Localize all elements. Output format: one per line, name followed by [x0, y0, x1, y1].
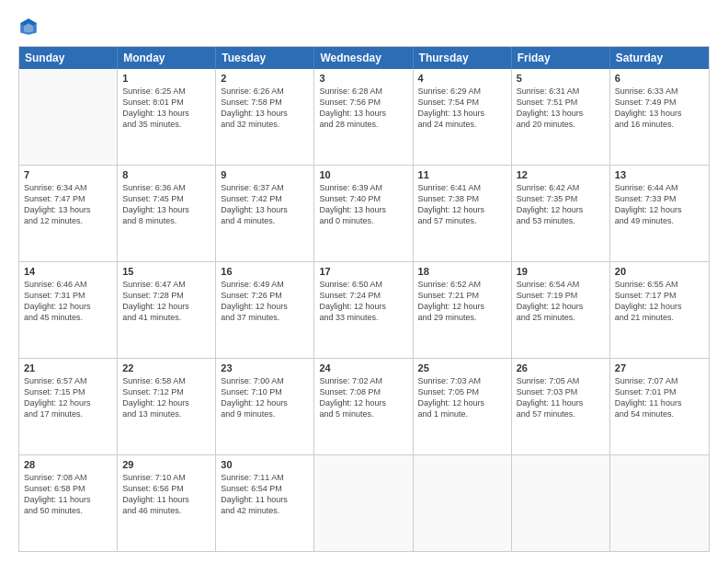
calendar-cell: 13Sunrise: 6:44 AMSunset: 7:33 PMDayligh…	[610, 166, 709, 261]
cell-line: and 29 minutes.	[418, 312, 506, 323]
calendar-cell	[19, 69, 118, 165]
cell-line: Sunrise: 7:00 AM	[221, 375, 309, 386]
day-number: 5	[517, 73, 605, 84]
cell-line: Sunrise: 6:28 AM	[319, 86, 407, 97]
day-number: 3	[319, 73, 407, 84]
cell-line: Daylight: 12 hours	[418, 204, 506, 215]
cell-line: Sunset: 7:28 PM	[122, 290, 210, 301]
calendar-cell: 16Sunrise: 6:49 AMSunset: 7:26 PMDayligh…	[216, 262, 314, 358]
calendar-row: 7Sunrise: 6:34 AMSunset: 7:47 PMDaylight…	[19, 166, 709, 262]
day-number: 24	[319, 362, 407, 373]
calendar-cell: 28Sunrise: 7:08 AMSunset: 6:58 PMDayligh…	[19, 455, 118, 551]
cell-line: Sunrise: 7:02 AM	[319, 375, 407, 386]
cell-line: Sunrise: 6:33 AM	[615, 86, 704, 97]
cell-line: Daylight: 13 hours	[122, 108, 210, 119]
cell-line: Sunrise: 6:54 AM	[517, 279, 605, 290]
day-number: 18	[418, 266, 506, 277]
calendar-cell: 25Sunrise: 7:03 AMSunset: 7:05 PMDayligh…	[414, 359, 512, 454]
calendar-body: 1Sunrise: 6:25 AMSunset: 8:01 PMDaylight…	[19, 69, 709, 551]
day-number: 6	[615, 73, 704, 84]
day-number: 20	[615, 266, 704, 277]
day-number: 10	[319, 169, 407, 180]
cell-line: Sunrise: 6:31 AM	[517, 86, 605, 97]
cell-line: and 24 minutes.	[418, 119, 506, 130]
cell-line: Sunset: 7:21 PM	[418, 290, 506, 301]
cell-line: and 25 minutes.	[517, 312, 605, 323]
day-number: 21	[24, 362, 112, 373]
cell-line: Sunset: 7:54 PM	[418, 97, 506, 108]
calendar-cell: 5Sunrise: 6:31 AMSunset: 7:51 PMDaylight…	[512, 69, 610, 165]
calendar-cell: 1Sunrise: 6:25 AMSunset: 8:01 PMDaylight…	[118, 69, 216, 165]
calendar-row: 21Sunrise: 6:57 AMSunset: 7:15 PMDayligh…	[19, 359, 709, 455]
calendar-cell: 15Sunrise: 6:47 AMSunset: 7:28 PMDayligh…	[118, 262, 216, 358]
calendar-cell: 10Sunrise: 6:39 AMSunset: 7:40 PMDayligh…	[314, 166, 413, 261]
cell-line: Daylight: 13 hours	[319, 108, 407, 119]
calendar-header-cell: Monday	[118, 47, 216, 69]
calendar-cell: 12Sunrise: 6:42 AMSunset: 7:35 PMDayligh…	[512, 166, 610, 261]
calendar-cell: 29Sunrise: 7:10 AMSunset: 6:56 PMDayligh…	[118, 455, 216, 551]
day-number: 12	[517, 169, 605, 180]
calendar-cell: 8Sunrise: 6:36 AMSunset: 7:45 PMDaylight…	[118, 166, 216, 261]
day-number: 4	[418, 73, 506, 84]
cell-line: Sunset: 7:03 PM	[517, 386, 605, 397]
cell-line: Sunset: 7:58 PM	[221, 97, 309, 108]
cell-line: and 17 minutes.	[24, 408, 112, 419]
cell-line: Sunrise: 6:37 AM	[221, 182, 309, 193]
day-number: 8	[122, 169, 210, 180]
calendar-cell: 23Sunrise: 7:00 AMSunset: 7:10 PMDayligh…	[216, 359, 314, 454]
cell-line: Daylight: 13 hours	[319, 204, 407, 215]
cell-line: Daylight: 12 hours	[24, 301, 112, 312]
cell-line: Sunset: 7:33 PM	[615, 193, 704, 204]
cell-line: Daylight: 12 hours	[122, 301, 210, 312]
cell-line: and 53 minutes.	[517, 215, 605, 226]
cell-line: Daylight: 12 hours	[418, 301, 506, 312]
calendar-cell: 30Sunrise: 7:11 AMSunset: 6:54 PMDayligh…	[216, 455, 314, 551]
cell-line: and 12 minutes.	[24, 215, 112, 226]
calendar-cell: 26Sunrise: 7:05 AMSunset: 7:03 PMDayligh…	[512, 359, 610, 454]
calendar-row: 1Sunrise: 6:25 AMSunset: 8:01 PMDaylight…	[19, 69, 709, 166]
cell-line: and 45 minutes.	[24, 312, 112, 323]
cell-line: Sunset: 8:01 PM	[122, 97, 210, 108]
day-number: 26	[517, 362, 605, 373]
cell-line: Sunset: 7:45 PM	[122, 193, 210, 204]
calendar-cell: 19Sunrise: 6:54 AMSunset: 7:19 PMDayligh…	[512, 262, 610, 358]
cell-line: and 32 minutes.	[221, 119, 309, 130]
cell-line: Sunset: 7:40 PM	[319, 193, 407, 204]
cell-line: Sunrise: 6:36 AM	[122, 182, 210, 193]
day-number: 15	[122, 266, 210, 277]
cell-line: Daylight: 12 hours	[24, 397, 112, 408]
cell-line: Sunrise: 6:25 AM	[122, 86, 210, 97]
calendar-cell: 27Sunrise: 7:07 AMSunset: 7:01 PMDayligh…	[610, 359, 709, 454]
cell-line: Sunrise: 7:05 AM	[517, 375, 605, 386]
day-number: 16	[221, 266, 309, 277]
calendar-cell: 22Sunrise: 6:58 AMSunset: 7:12 PMDayligh…	[118, 359, 216, 454]
day-number: 7	[24, 169, 112, 180]
cell-line: and 1 minute.	[418, 408, 506, 419]
cell-line: and 54 minutes.	[615, 408, 704, 419]
cell-line: and 5 minutes.	[319, 408, 407, 419]
cell-line: Sunrise: 7:07 AM	[615, 375, 704, 386]
cell-line: Daylight: 13 hours	[122, 204, 210, 215]
cell-line: and 4 minutes.	[221, 215, 309, 226]
calendar-cell: 7Sunrise: 6:34 AMSunset: 7:47 PMDaylight…	[19, 166, 118, 261]
cell-line: Sunrise: 6:34 AM	[24, 182, 112, 193]
cell-line: and 41 minutes.	[122, 312, 210, 323]
cell-line: Sunset: 7:42 PM	[221, 193, 309, 204]
logo	[18, 17, 42, 37]
cell-line: Sunset: 7:49 PM	[615, 97, 704, 108]
cell-line: and 13 minutes.	[122, 408, 210, 419]
day-number: 29	[122, 459, 210, 470]
calendar-cell: 2Sunrise: 6:26 AMSunset: 7:58 PMDaylight…	[216, 69, 314, 165]
cell-line: Daylight: 13 hours	[221, 204, 309, 215]
calendar-header-cell: Friday	[512, 47, 610, 69]
cell-line: and 57 minutes.	[517, 408, 605, 419]
calendar-cell: 21Sunrise: 6:57 AMSunset: 7:15 PMDayligh…	[19, 359, 118, 454]
cell-line: Sunset: 6:56 PM	[122, 483, 210, 494]
calendar-header-cell: Wednesday	[314, 47, 413, 69]
cell-line: and 16 minutes.	[615, 119, 704, 130]
cell-line: Daylight: 12 hours	[122, 397, 210, 408]
cell-line: Sunrise: 6:49 AM	[221, 279, 309, 290]
cell-line: Sunset: 6:54 PM	[221, 483, 309, 494]
cell-line: Daylight: 11 hours	[122, 494, 210, 505]
cell-line: Sunrise: 6:57 AM	[24, 375, 112, 386]
